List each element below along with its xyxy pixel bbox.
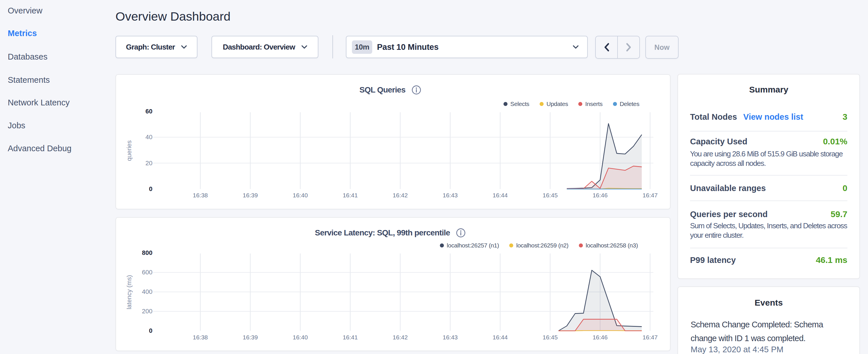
chart-plot[interactable] (116, 75, 670, 209)
x-axis-tick-label: 16:41 (330, 192, 370, 199)
y-axis-label: queries (125, 140, 133, 161)
sidebar-item-databases[interactable]: Databases (8, 52, 48, 62)
sidebar-item-statements[interactable]: Statements (8, 75, 50, 85)
x-axis-tick-label: 16:45 (530, 192, 570, 199)
summary-row-p99-latency: P99 latency 46.1 ms (690, 248, 847, 265)
now-button[interactable]: Now (645, 36, 679, 59)
x-axis-tick-label: 16:42 (380, 192, 421, 199)
x-axis-tick-label: 16:46 (580, 192, 620, 199)
x-axis-tick-label: 16:44 (480, 192, 520, 199)
chart-plot[interactable] (116, 218, 670, 351)
time-window-badge: 10m (352, 40, 372, 54)
events-title: Events (678, 287, 859, 308)
page-title: Overview Dashboard (116, 9, 231, 24)
summary-value: 0.01% (823, 137, 847, 147)
x-axis-tick-label: 16:42 (380, 334, 421, 341)
event-item[interactable]: Schema Change Completed: Schema change w… (691, 318, 847, 354)
y-axis-tick-label: 0 (121, 327, 152, 334)
y-axis-tick-label: 0 (121, 186, 152, 192)
x-axis-tick-label: 16:40 (280, 192, 320, 199)
x-axis-tick-label: 16:46 (580, 334, 620, 341)
x-axis-tick-label: 16:43 (430, 192, 470, 199)
time-window-selector[interactable]: 10m Past 10 Minutes (346, 36, 588, 58)
chevron-left-icon (603, 43, 610, 52)
summary-row-queries-per-second: Queries per second 59.7 Sum of Selects, … (690, 201, 847, 248)
time-window-label: Past 10 Minutes (377, 42, 573, 52)
sidebar-item-network-latency[interactable]: Network Latency (8, 97, 70, 108)
summary-description: Sum of Selects, Updates, Inserts, and De… (690, 221, 847, 240)
summary-value: 0 (842, 183, 847, 193)
summary-row-capacity-used: Capacity Used 0.01% You are using 28.6 M… (690, 131, 847, 175)
chevron-down-icon (573, 45, 579, 49)
x-axis-tick-label: 16:38 (180, 192, 220, 199)
sidebar-item-advanced-debug[interactable]: Advanced Debug (8, 143, 72, 154)
summary-title: Summary (678, 74, 859, 95)
chevron-down-icon (302, 45, 307, 49)
summary-label: Unavailable ranges (690, 184, 766, 193)
x-axis-tick-label: 16:39 (230, 192, 270, 199)
time-step-buttons (595, 36, 640, 59)
summary-value: 3 (842, 112, 847, 122)
x-axis-tick-label: 16:47 (630, 334, 670, 341)
summary-panel: Summary Total Nodes View nodes list 3 Ca… (677, 74, 860, 279)
summary-value: 59.7 (831, 210, 847, 219)
x-axis-tick-label: 16:44 (480, 334, 520, 341)
summary-label: Capacity Used (690, 137, 747, 147)
view-nodes-list-link[interactable]: View nodes list (743, 112, 803, 122)
y-axis-tick-label: 800 (121, 250, 152, 256)
summary-value: 46.1 ms (816, 255, 847, 265)
x-axis-tick-label: 16:41 (330, 334, 370, 341)
events-panel: Events Schema Change Completed: Schema c… (677, 286, 860, 354)
x-axis-tick-label: 16:43 (430, 334, 470, 341)
summary-description: You are using 28.6 MiB of 515.9 GiB usab… (690, 149, 847, 168)
summary-label: P99 latency (690, 255, 736, 265)
dashboard-dropdown[interactable]: Dashboard: Overview (212, 36, 318, 58)
sidebar-item-jobs[interactable]: Jobs (8, 120, 25, 131)
event-timestamp: May 13, 2020 at 4:45 PM (691, 345, 847, 354)
graph-dropdown[interactable]: Graph: Cluster (116, 36, 197, 58)
sql-queries-chart-card: SQL QueriesSelectsUpdatesInsertsDeletes1… (116, 74, 671, 210)
chevron-down-icon (181, 45, 187, 49)
x-axis-tick-label: 16:39 (230, 334, 270, 341)
y-axis-label: latency (ms) (125, 275, 133, 309)
summary-row-total-nodes: Total Nodes View nodes list 3 (690, 95, 847, 131)
x-axis-tick-label: 16:40 (280, 334, 320, 341)
x-axis-tick-label: 16:45 (530, 334, 570, 341)
chevron-right-icon (626, 43, 632, 52)
sidebar: Overview Metrics Databases Statements Ne… (0, 0, 109, 354)
dashboard-dropdown-label: Dashboard: Overview (223, 43, 295, 52)
next-time-button[interactable] (617, 36, 639, 58)
prev-time-button[interactable] (596, 36, 617, 58)
y-axis-tick-label: 60 (121, 108, 152, 115)
summary-label: Total Nodes (690, 112, 737, 122)
summary-label: Queries per second (690, 210, 768, 219)
toolbar-divider (333, 35, 333, 58)
summary-row-unavailable-ranges: Unavailable ranges 0 (690, 175, 847, 201)
x-axis-tick-label: 16:47 (630, 192, 670, 199)
y-axis-tick-label: 40 (121, 134, 152, 141)
sidebar-item-overview[interactable]: Overview (8, 5, 42, 16)
x-axis-tick-label: 16:38 (180, 334, 220, 341)
event-message: Schema Change Completed: Schema change w… (691, 318, 834, 345)
service-latency-chart-card: Service Latency: SQL, 99th percentileloc… (116, 217, 671, 351)
sidebar-item-metrics[interactable]: Metrics (8, 28, 37, 38)
graph-dropdown-label: Graph: Cluster (126, 43, 175, 52)
